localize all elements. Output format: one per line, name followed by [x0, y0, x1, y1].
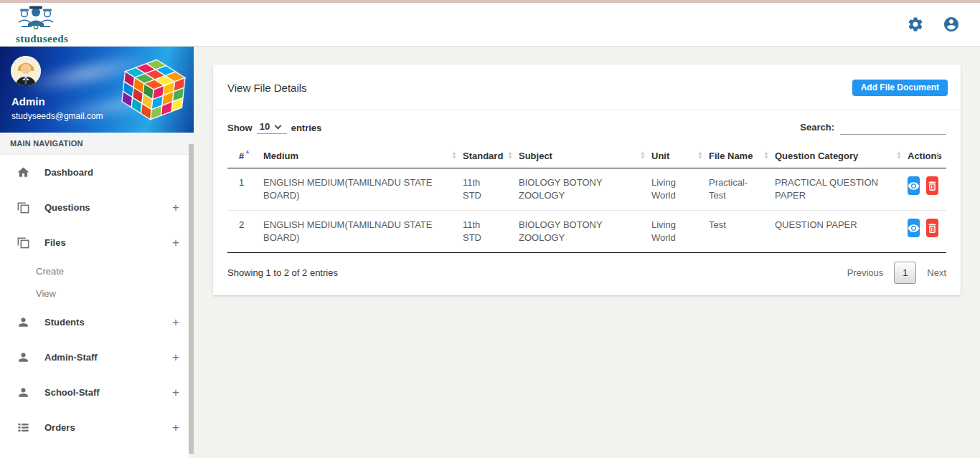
- sidebar-subitem-create[interactable]: Create: [0, 260, 194, 282]
- next-page-button[interactable]: Next: [927, 267, 946, 278]
- copy-icon: [16, 236, 30, 250]
- column-header-num[interactable]: #▲: [227, 145, 263, 168]
- expand-plus-icon: +: [172, 456, 179, 458]
- entries-select[interactable]: 10: [257, 121, 287, 134]
- sort-icon: ▲▼: [896, 151, 902, 160]
- sidebar-scrollbar[interactable]: [189, 133, 194, 458]
- expand-plus-icon: +: [172, 201, 179, 215]
- search-input[interactable]: [840, 120, 946, 135]
- column-header-medium[interactable]: Medium▲▼: [263, 145, 463, 168]
- expand-plus-icon: +: [172, 350, 179, 365]
- previous-page-button[interactable]: Previous: [847, 267, 884, 278]
- table-row: 2 ENGLISH MEDIUM(TAMILNADU STATE BOARD) …: [227, 211, 946, 253]
- view-file-details-card: View File Details Add File Document Show…: [213, 65, 961, 295]
- expand-plus-icon: +: [172, 236, 179, 250]
- delete-button[interactable]: [926, 219, 938, 237]
- sidebar-item-school-staff[interactable]: School-Staff +: [0, 375, 194, 410]
- length-menu: Show 10 entries: [227, 121, 321, 134]
- add-file-document-button[interactable]: Add File Document: [852, 80, 948, 96]
- person-icon: [16, 315, 30, 330]
- rubiks-cube-image: [121, 55, 187, 127]
- column-header-standard[interactable]: Standard▲▼: [463, 145, 519, 168]
- column-header-subject[interactable]: Subject▲▼: [519, 145, 651, 168]
- profile-name: Admin: [11, 95, 45, 108]
- table-row: 1 ENGLISH MEDIUM(TAMILNADU STATE BOARD) …: [227, 168, 946, 211]
- logo[interactable]: studuseeds: [0, 3, 194, 46]
- sidebar-scrollbar-thumb[interactable]: [189, 144, 194, 454]
- sort-icon: ▲▼: [507, 151, 513, 160]
- expand-plus-icon: +: [172, 421, 179, 435]
- browser-progress-strip: [0, 0, 980, 3]
- nav-section-label: MAIN NAVIGATION: [0, 133, 194, 155]
- sort-icon: ▲▼: [451, 151, 457, 160]
- sort-asc-icon: ▲: [245, 148, 250, 155]
- eye-icon: [908, 222, 920, 234]
- column-header-actions[interactable]: Actions▲▼: [908, 145, 946, 168]
- sidebar-item-admin-staff[interactable]: Admin-Staff +: [0, 340, 194, 375]
- table-info: Showing 1 to 2 of 2 entries: [227, 267, 338, 278]
- trash-icon: [926, 180, 938, 192]
- list-icon: [16, 421, 30, 435]
- file-details-table: #▲ Medium▲▼ Standard▲▼ Subject▲▼ Unit▲▼ …: [227, 145, 946, 253]
- sidebar: Admin studyseeds@gmail.com MAIN NAVIGATI…: [0, 47, 194, 458]
- sidebar-item-settings[interactable]: Settings +: [0, 445, 194, 458]
- person-icon: [16, 386, 30, 400]
- expand-plus-icon: +: [172, 315, 179, 330]
- sidebar-profile-panel: Admin studyseeds@gmail.com: [0, 47, 194, 133]
- eye-icon: [908, 180, 920, 192]
- main-content: View File Details Add File Document Show…: [194, 47, 980, 458]
- top-header: studuseeds: [0, 3, 980, 47]
- sort-icon: ▲▼: [640, 151, 646, 160]
- sort-icon: ▲▼: [763, 151, 769, 160]
- list-icon: [16, 456, 30, 458]
- sidebar-item-questions[interactable]: Questions +: [0, 190, 194, 225]
- search-label: Search:: [800, 122, 834, 133]
- sidebar-item-orders[interactable]: Orders +: [0, 410, 194, 445]
- page-title: View File Details: [227, 82, 307, 94]
- sidebar-item-dashboard[interactable]: Dashboard: [0, 155, 194, 190]
- delete-button[interactable]: [926, 176, 938, 195]
- column-header-file-name[interactable]: File Name▲▼: [709, 145, 775, 168]
- copy-icon: [16, 201, 30, 215]
- sidebar-item-students[interactable]: Students +: [0, 305, 194, 340]
- profile-email: studyseeds@gmail.com: [11, 111, 103, 121]
- page-1-button[interactable]: 1: [894, 262, 916, 284]
- logo-text: studuseeds: [16, 33, 68, 45]
- column-header-unit[interactable]: Unit▲▼: [651, 145, 709, 168]
- person-icon: [16, 350, 30, 365]
- trash-icon: [926, 222, 938, 234]
- settings-gear-icon[interactable]: [907, 16, 924, 33]
- admin-avatar: [11, 56, 41, 86]
- sidebar-subitem-view[interactable]: View: [0, 282, 194, 305]
- account-circle-icon[interactable]: [943, 16, 960, 33]
- sort-icon: ▲▼: [935, 151, 941, 160]
- sort-icon: ▲▼: [697, 151, 703, 160]
- expand-plus-icon: +: [172, 386, 179, 400]
- pagination: Previous 1 Next: [847, 262, 946, 284]
- home-icon: [16, 166, 30, 180]
- view-button[interactable]: [908, 219, 920, 237]
- view-button[interactable]: [908, 176, 920, 195]
- column-header-question-category[interactable]: Question Category▲▼: [775, 145, 908, 168]
- chevron-down-icon: [275, 122, 282, 129]
- studuseeds-logo-icon: [16, 4, 56, 34]
- sidebar-item-files[interactable]: Files +: [0, 225, 194, 260]
